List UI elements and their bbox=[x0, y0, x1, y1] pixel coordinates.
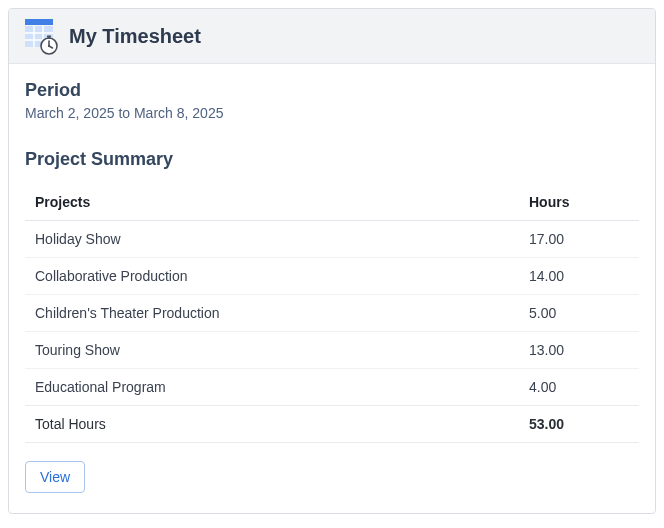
total-label: Total Hours bbox=[25, 406, 519, 443]
period-range: March 2, 2025 to March 8, 2025 bbox=[25, 105, 639, 121]
project-name-cell: Educational Program bbox=[25, 369, 519, 406]
project-name-cell: Collaborative Production bbox=[25, 258, 519, 295]
view-button[interactable]: View bbox=[25, 461, 85, 493]
hours-cell: 4.00 bbox=[519, 369, 639, 406]
table-row: Educational Program4.00 bbox=[25, 369, 639, 406]
hours-cell: 14.00 bbox=[519, 258, 639, 295]
hours-cell: 5.00 bbox=[519, 295, 639, 332]
column-header-hours: Hours bbox=[519, 184, 639, 221]
card-body: Period March 2, 2025 to March 8, 2025 Pr… bbox=[9, 64, 655, 513]
project-summary-heading: Project Summary bbox=[25, 149, 639, 170]
project-name-cell: Children's Theater Production bbox=[25, 295, 519, 332]
card-header: My Timesheet bbox=[9, 9, 655, 64]
svg-rect-7 bbox=[47, 36, 51, 38]
period-heading: Period bbox=[25, 80, 639, 101]
project-name-cell: Holiday Show bbox=[25, 221, 519, 258]
svg-rect-0 bbox=[25, 19, 53, 25]
project-summary-table: Projects Hours Holiday Show17.00Collabor… bbox=[25, 184, 639, 443]
card-title: My Timesheet bbox=[69, 25, 201, 48]
column-header-projects: Projects bbox=[25, 184, 519, 221]
timesheet-icon bbox=[25, 19, 57, 53]
hours-cell: 17.00 bbox=[519, 221, 639, 258]
timesheet-card: My Timesheet Period March 2, 2025 to Mar… bbox=[8, 8, 656, 514]
stopwatch-icon bbox=[39, 35, 59, 55]
svg-point-11 bbox=[48, 45, 50, 47]
table-row: Children's Theater Production5.00 bbox=[25, 295, 639, 332]
total-row: Total Hours 53.00 bbox=[25, 406, 639, 443]
total-value: 53.00 bbox=[519, 406, 639, 443]
actions-row: View bbox=[25, 461, 639, 493]
hours-cell: 13.00 bbox=[519, 332, 639, 369]
table-row: Touring Show13.00 bbox=[25, 332, 639, 369]
table-row: Collaborative Production14.00 bbox=[25, 258, 639, 295]
table-row: Holiday Show17.00 bbox=[25, 221, 639, 258]
project-name-cell: Touring Show bbox=[25, 332, 519, 369]
